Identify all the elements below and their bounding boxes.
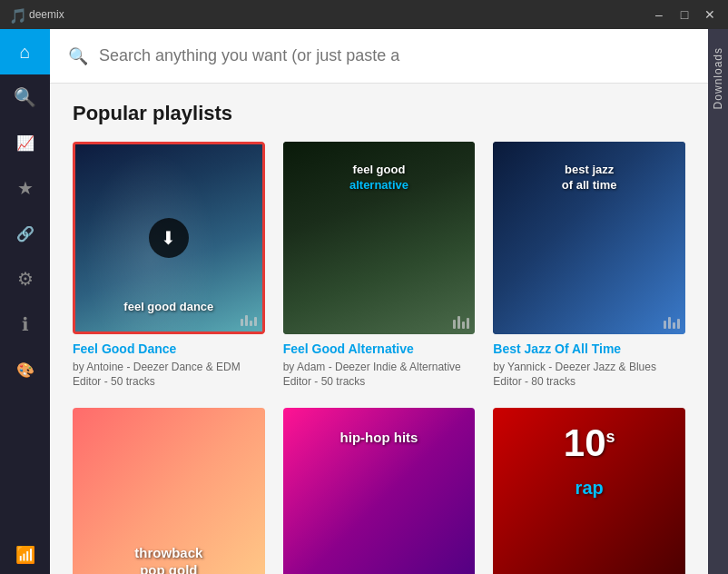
- home-icon: ⌂: [19, 42, 30, 63]
- playlist-thumb-throwback[interactable]: throwbackpop gold: [73, 408, 265, 574]
- thumb-text-alt: feel goodalternative: [283, 155, 476, 201]
- sidebar-item-links[interactable]: 🔗: [0, 211, 50, 256]
- main-content: Popular playlists feel good dance ⬇: [50, 84, 708, 574]
- search-input[interactable]: [99, 46, 690, 65]
- app-body: ⌂ 🔍 📈 ★ 🔗 ⚙ ℹ 🎨 📶 🔍: [0, 29, 728, 574]
- thumb-text-dance: feel good dance: [75, 292, 262, 322]
- sidebar-item-trending[interactable]: 📈: [0, 120, 50, 165]
- playlist-card-throwback[interactable]: throwbackpop gold Throwback Pop Gold: [73, 408, 265, 574]
- gear-icon: ⚙: [17, 268, 34, 290]
- window-controls: – □ ✕: [650, 5, 719, 24]
- playlist-title-alt[interactable]: Feel Good Alternative: [283, 341, 476, 356]
- playlist-card-feel-good-dance[interactable]: feel good dance ⬇ Feel Good Dance by Ant…: [73, 142, 265, 390]
- sidebar-bottom: 📶: [15, 545, 35, 574]
- playlist-thumb-feel-good-dance[interactable]: feel good dance ⬇: [73, 142, 265, 334]
- star-icon: ★: [17, 177, 34, 199]
- sidebar-item-search[interactable]: 🔍: [0, 74, 50, 120]
- sidebar-item-home[interactable]: ⌂: [0, 29, 50, 74]
- title-bar: 🎵 deemix – □ ✕: [0, 0, 728, 29]
- app-title: deemix: [29, 8, 650, 21]
- search-magnifier-icon: 🔍: [68, 46, 88, 66]
- playlist-thumb-feel-good-alt[interactable]: feel goodalternative: [283, 142, 476, 334]
- sidebar-item-favorites[interactable]: ★: [0, 165, 50, 211]
- equalizer-icon-dance: [241, 315, 257, 326]
- playlist-thumb-rap[interactable]: 10srap: [493, 408, 685, 574]
- sidebar-item-theme[interactable]: 🎨: [0, 347, 50, 392]
- playlist-title-jazz[interactable]: Best Jazz Of All Time: [493, 341, 685, 356]
- search-icon: 🔍: [14, 86, 36, 108]
- content-area: 🔍 Popular playlists feel good dance ⬇: [50, 29, 708, 574]
- trending-icon: 📈: [16, 134, 34, 152]
- playlist-card-feel-good-alternative[interactable]: feel goodalternative Feel Good Alternati…: [283, 142, 476, 390]
- theme-icon: 🎨: [16, 361, 34, 379]
- info-icon: ℹ: [22, 313, 29, 335]
- maximize-button[interactable]: □: [675, 5, 694, 24]
- playlist-thumb-best-jazz[interactable]: best jazzof all time: [493, 142, 685, 334]
- downloads-panel[interactable]: Downloads: [708, 29, 728, 574]
- minimize-button[interactable]: –: [650, 5, 668, 24]
- playlist-card-hiphop[interactable]: hip-hop hits Hip-Hop Hits: [283, 408, 476, 574]
- playlist-thumb-hiphop[interactable]: hip-hop hits: [283, 408, 476, 574]
- playlist-title-dance[interactable]: Feel Good Dance: [73, 341, 265, 356]
- thumb-text-jazz: best jazzof all time: [493, 155, 685, 201]
- equalizer-icon-alt: [453, 316, 469, 329]
- playlist-meta-alt: by Adam - Deezer Indie & Alternative Edi…: [283, 360, 476, 391]
- sidebar-item-settings[interactable]: ⚙: [0, 256, 50, 302]
- thumb-text-throwback: throwbackpop gold: [73, 537, 265, 574]
- playlist-card-rap[interactable]: 10srap 10s Rap: [493, 408, 685, 574]
- section-title: Popular playlists: [73, 102, 685, 125]
- downloads-label: Downloads: [712, 47, 724, 109]
- playlist-meta-jazz: by Yannick - Deezer Jazz & Blues Editor …: [493, 360, 685, 391]
- close-button[interactable]: ✕: [701, 5, 719, 24]
- playlist-meta-dance: by Antoine - Deezer Dance & EDM Editor -…: [73, 360, 265, 391]
- playlists-grid: feel good dance ⬇ Feel Good Dance by Ant…: [73, 142, 685, 574]
- sidebar: ⌂ 🔍 📈 ★ 🔗 ⚙ ℹ 🎨 📶: [0, 29, 50, 574]
- playlist-card-best-jazz[interactable]: best jazzof all time Best Jazz Of All Ti…: [493, 142, 685, 390]
- search-bar: 🔍: [50, 29, 708, 84]
- equalizer-icon-jazz: [664, 317, 680, 329]
- thumb-text-rap: 10srap: [493, 417, 685, 508]
- app-icon: 🎵: [9, 7, 24, 22]
- link-icon: 🔗: [16, 225, 34, 242]
- thumb-text-hiphop: hip-hop hits: [283, 421, 476, 454]
- download-button-dance[interactable]: ⬇: [149, 218, 189, 258]
- sidebar-item-info[interactable]: ℹ: [0, 302, 50, 347]
- wifi-icon: 📶: [15, 545, 35, 565]
